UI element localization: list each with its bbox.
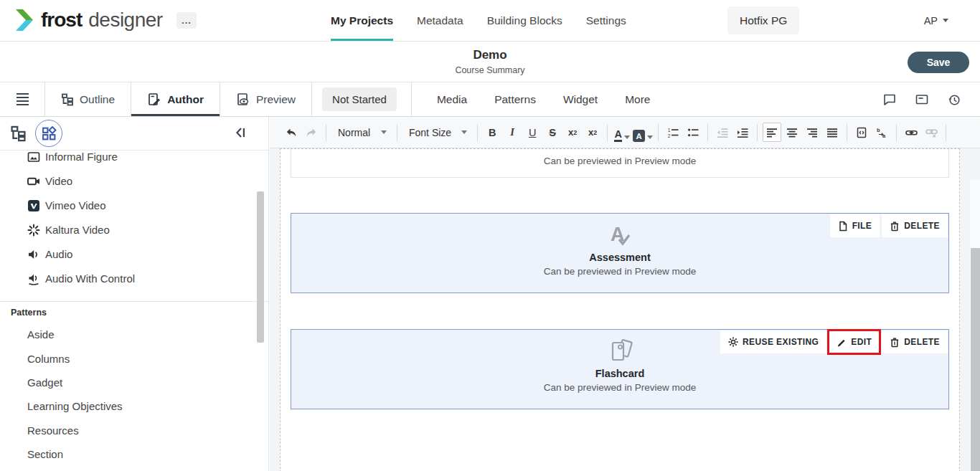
assessment-icon bbox=[606, 221, 634, 249]
sidebar-item-kaltura-video[interactable]: Kaltura Video bbox=[0, 224, 268, 248]
tab-author[interactable]: Author bbox=[131, 82, 220, 116]
sidebar-item-video[interactable]: Video bbox=[0, 175, 268, 199]
nav-my-projects[interactable]: My Projects bbox=[331, 0, 393, 41]
top-app-bar: frostdesigner ... My Projects Metadata B… bbox=[0, 0, 980, 42]
sidebar-item-vimeo-video[interactable]: Vimeo Video bbox=[0, 199, 268, 224]
content-block-flashcard[interactable]: REUSE EXISTING EDIT DELETE Flashcard bbox=[291, 329, 949, 409]
text-color-button[interactable]: A bbox=[613, 123, 631, 142]
bullet-list-button[interactable] bbox=[684, 123, 702, 142]
sidebar-item-columns[interactable]: Columns bbox=[0, 346, 268, 370]
content-block-assessment[interactable]: FILE DELETE Assessment Can be previewed … bbox=[291, 213, 949, 293]
align-center-button[interactable] bbox=[783, 123, 801, 142]
file-button-label: FILE bbox=[852, 221, 872, 231]
menu-more[interactable]: More bbox=[625, 93, 650, 106]
app-more-button[interactable]: ... bbox=[176, 12, 197, 29]
reuse-existing-button[interactable]: REUSE EXISTING bbox=[720, 330, 826, 353]
delete-button[interactable]: DELETE bbox=[882, 330, 948, 353]
history-button[interactable] bbox=[947, 92, 961, 107]
menu-media[interactable]: Media bbox=[437, 93, 467, 106]
sidebar-item-informal-figure[interactable]: Informal Figure bbox=[0, 151, 268, 175]
main-scrollbar-track[interactable] bbox=[970, 180, 980, 471]
app-logo[interactable]: frostdesigner bbox=[13, 8, 163, 32]
italic-button[interactable]: I bbox=[503, 123, 522, 142]
sidebar-item-learning-objectives[interactable]: Learning Objectives bbox=[0, 394, 268, 418]
tab-preview[interactable]: Preview bbox=[220, 82, 311, 116]
font-size-select[interactable]: Font Size bbox=[402, 123, 473, 142]
menu-patterns[interactable]: Patterns bbox=[494, 93, 536, 106]
file-button[interactable]: FILE bbox=[830, 214, 880, 237]
sidebar-item-aside[interactable]: Aside bbox=[0, 323, 268, 346]
numbered-list-button[interactable] bbox=[664, 123, 682, 142]
paragraph-style-select[interactable]: Normal bbox=[331, 123, 392, 142]
page-subtitle: Course Summary bbox=[0, 65, 980, 77]
justify-button[interactable] bbox=[823, 123, 842, 142]
subscript-button[interactable]: x2 bbox=[563, 123, 582, 142]
link-icon bbox=[905, 127, 918, 138]
background-color-button[interactable]: A bbox=[633, 123, 653, 142]
document-editable-area[interactable]: Can be previewed in Preview mode FILE DE… bbox=[280, 148, 960, 471]
preview-note: Can be previewed in Preview mode bbox=[544, 266, 696, 277]
environment-badge[interactable]: Hotfix PG bbox=[727, 6, 799, 34]
align-right-icon bbox=[806, 127, 818, 138]
content-block-partial[interactable]: Can be previewed in Preview mode bbox=[291, 149, 949, 178]
chevron-left-bar-icon bbox=[234, 125, 248, 140]
nav-metadata[interactable]: Metadata bbox=[417, 0, 463, 41]
notes-panel-button[interactable] bbox=[915, 92, 929, 107]
sidebar-item-audio-with-control[interactable]: Audio With Control bbox=[0, 272, 268, 297]
blocks-grid-icon bbox=[42, 126, 57, 141]
nav-settings[interactable]: Settings bbox=[586, 0, 626, 41]
undo-button[interactable] bbox=[282, 123, 301, 142]
indent-button[interactable] bbox=[733, 123, 752, 142]
nav-building-blocks[interactable]: Building Blocks bbox=[487, 0, 562, 41]
sidebar-item-section[interactable]: Section bbox=[0, 442, 268, 466]
source-document-icon bbox=[856, 127, 867, 138]
collapse-sidebar-button[interactable] bbox=[234, 125, 248, 140]
blocks-palette-button[interactable] bbox=[35, 120, 62, 147]
sidebar-item-audio[interactable]: Audio bbox=[0, 248, 268, 272]
redo-button[interactable] bbox=[302, 123, 321, 142]
sidebar-item-gadget[interactable]: Gadget bbox=[0, 371, 268, 394]
divider bbox=[311, 82, 312, 116]
superscript-button[interactable]: x2 bbox=[583, 123, 602, 142]
menu-hamburger-button[interactable] bbox=[0, 82, 44, 116]
trash-icon bbox=[890, 337, 900, 348]
main-scrollbar-thumb[interactable] bbox=[971, 248, 980, 471]
hamburger-icon bbox=[17, 93, 29, 105]
underline-button[interactable]: U bbox=[523, 123, 542, 142]
sidebar-item-resources[interactable]: Resources bbox=[0, 419, 268, 442]
chevron-down-icon bbox=[647, 135, 653, 139]
outdent-button[interactable] bbox=[713, 123, 732, 142]
mode-bar: Outline Author Preview Not Started Media… bbox=[0, 82, 980, 117]
bidi-button[interactable] bbox=[872, 123, 891, 142]
structure-view-button[interactable] bbox=[10, 125, 27, 142]
tab-outline[interactable]: Outline bbox=[45, 82, 131, 116]
justify-icon bbox=[826, 127, 838, 138]
gear-icon bbox=[728, 337, 738, 347]
menu-widget[interactable]: Widget bbox=[563, 93, 598, 106]
align-right-button[interactable] bbox=[803, 123, 821, 142]
block-title: Assessment bbox=[589, 252, 650, 263]
preview-note: Can be previewed in Preview mode bbox=[544, 382, 696, 393]
author-edit-icon bbox=[147, 92, 161, 107]
source-template-button[interactable] bbox=[852, 123, 871, 142]
outline-tree-icon bbox=[10, 125, 27, 142]
user-menu[interactable]: AP bbox=[924, 0, 948, 41]
edit-button-highlighted[interactable]: EDIT bbox=[829, 330, 880, 353]
kaltura-icon bbox=[27, 224, 40, 237]
link-button[interactable] bbox=[902, 123, 920, 142]
sidebar-scrollbar[interactable] bbox=[257, 191, 264, 343]
unlink-button[interactable] bbox=[922, 123, 941, 142]
numbered-list-icon bbox=[667, 127, 679, 138]
text-color-icon: A bbox=[614, 129, 621, 142]
strikethrough-button[interactable]: S bbox=[543, 123, 562, 142]
frost-chevron-icon bbox=[13, 8, 36, 32]
history-icon bbox=[947, 92, 961, 107]
edit-button-label: EDIT bbox=[851, 337, 872, 347]
align-left-button[interactable] bbox=[763, 123, 781, 142]
bold-button[interactable]: B bbox=[483, 123, 501, 142]
comments-button[interactable] bbox=[882, 92, 897, 107]
delete-button[interactable]: DELETE bbox=[882, 214, 948, 237]
save-button[interactable]: Save bbox=[908, 52, 969, 73]
flashcard-icon bbox=[605, 337, 635, 366]
block-title: Flashcard bbox=[595, 368, 645, 379]
